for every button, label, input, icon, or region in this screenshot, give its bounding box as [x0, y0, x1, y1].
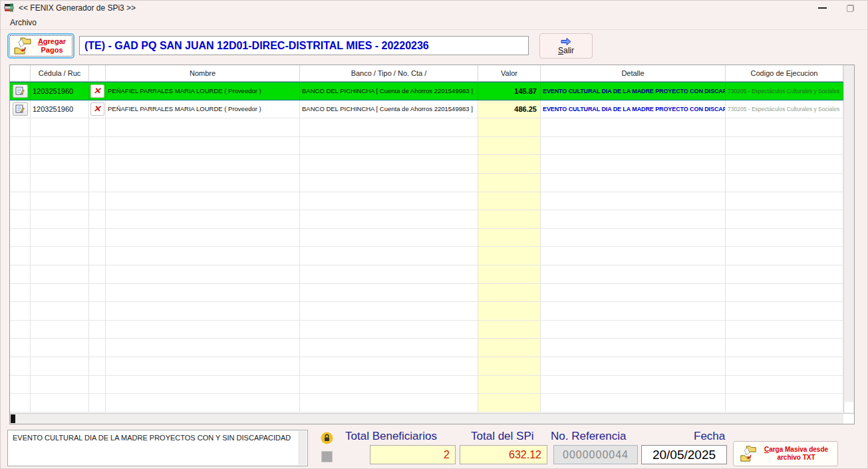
- cell-banco: [300, 210, 478, 229]
- cell-delete: [89, 376, 106, 394]
- vertical-scrollbar[interactable]: [843, 65, 854, 413]
- table-row[interactable]: 1203251960✕PEÑAFIEL PARRALES MARIA LOURD…: [10, 100, 843, 119]
- cell-detalle: [541, 174, 726, 192]
- cell-edit: [10, 302, 31, 321]
- cell-detalle: [541, 247, 726, 265]
- table-row-empty[interactable]: [10, 137, 843, 156]
- carga-masiva-button[interactable]: Carga Masiva desde archivo TXT: [733, 441, 838, 466]
- table-row-empty[interactable]: [10, 265, 843, 284]
- col-header-codigo: Codigo de Ejecucion: [726, 65, 843, 82]
- delete-row-icon[interactable]: ✕: [90, 84, 104, 98]
- table-row-empty[interactable]: [10, 247, 843, 265]
- cell-nombre: [106, 174, 300, 192]
- cell-delete: [89, 137, 106, 156]
- cell-detalle: EVENTO CULTURAL DIA DE LA MADRE PROYECTO…: [541, 100, 726, 119]
- cell-detalle: [541, 284, 726, 303]
- document-title-field[interactable]: (TE) - GAD PQ SAN JUAN 12D01-DIREC-DISTR…: [79, 36, 529, 55]
- cell-edit: [10, 210, 31, 229]
- table-row-empty[interactable]: [10, 118, 843, 137]
- cell-edit: [10, 192, 31, 211]
- edit-row-icon[interactable]: [13, 102, 28, 116]
- delete-row-icon[interactable]: ✕: [90, 102, 104, 116]
- detalle-textarea[interactable]: EVENTO CULTURAL DIA DE LA MADRE PROYECTO…: [7, 430, 308, 466]
- cell-cedula: [31, 284, 89, 303]
- cell-cedula: 1203251960: [31, 100, 89, 119]
- cell-valor: [478, 229, 541, 247]
- cell-cedula: [31, 394, 89, 412]
- cell-banco: [300, 339, 478, 357]
- cell-valor: [478, 155, 541, 174]
- cell-detalle: [541, 229, 726, 247]
- cell-delete: [89, 174, 106, 192]
- cell-banco: [300, 137, 478, 156]
- cell-cedula: [31, 210, 89, 229]
- cell-valor: [478, 174, 541, 192]
- table-row-empty[interactable]: [10, 210, 843, 229]
- cell-edit: [10, 265, 31, 284]
- cell-cedula: [31, 265, 89, 284]
- cell-codigo: [726, 376, 843, 394]
- cell-codigo: [726, 137, 843, 156]
- table-row-empty[interactable]: [10, 229, 843, 247]
- cell-delete: [89, 302, 106, 321]
- salir-button[interactable]: Salir: [539, 33, 593, 59]
- cell-valor: [478, 265, 541, 284]
- cell-nombre: [106, 192, 300, 211]
- cell-edit: [10, 155, 31, 174]
- table-row-empty[interactable]: [10, 394, 843, 412]
- table-row-empty[interactable]: [10, 321, 843, 339]
- cell-codigo: [726, 155, 843, 174]
- table-row-empty[interactable]: [10, 284, 843, 303]
- lock-icon: [321, 432, 333, 444]
- cell-delete: ✕: [89, 100, 106, 119]
- cell-cedula: [31, 357, 89, 376]
- minimize-button[interactable]: [818, 7, 827, 9]
- cell-nombre: [106, 357, 300, 376]
- cell-delete: [89, 339, 106, 357]
- cell-delete: [89, 210, 106, 229]
- cell-nombre: [106, 247, 300, 265]
- restore-button[interactable]: [847, 5, 854, 12]
- cell-cedula: [31, 174, 89, 192]
- cell-edit: [10, 137, 31, 156]
- cell-delete: [89, 192, 106, 211]
- edit-row-icon[interactable]: [13, 84, 28, 98]
- horizontal-scrollbar[interactable]: [10, 414, 843, 424]
- agregar-pagos-button[interactable]: Agregar Pagos: [7, 33, 74, 59]
- fecha-value[interactable]: 20/05/2025: [641, 445, 727, 464]
- table-row-empty[interactable]: [10, 376, 843, 394]
- grid-body: 1203251960✕PEÑAFIEL PARRALES MARIA LOURD…: [10, 82, 843, 413]
- cell-valor: [478, 247, 541, 265]
- col-header-delete: [89, 65, 106, 82]
- total-spi-value: 632.12: [460, 445, 547, 464]
- cell-codigo: [726, 118, 843, 137]
- table-row-empty[interactable]: [10, 174, 843, 192]
- cell-delete: [89, 247, 106, 265]
- cell-codigo: [726, 229, 843, 247]
- cell-detalle: EVENTO CULTURAL DIA DE LA MADRE PROYECTO…: [541, 82, 726, 100]
- cell-cedula: [31, 247, 89, 265]
- table-row-empty[interactable]: [10, 339, 843, 357]
- cell-valor: [478, 321, 541, 339]
- table-row-empty[interactable]: [10, 357, 843, 376]
- cell-cedula: [31, 192, 89, 211]
- cell-edit: [10, 229, 31, 247]
- cell-cedula: [31, 321, 89, 339]
- table-row-empty[interactable]: [10, 155, 843, 174]
- payments-grid: Cédula / Ruc Nombre Banco / Tipo / No. C…: [9, 65, 855, 424]
- cell-detalle: [541, 118, 726, 137]
- table-row-empty[interactable]: [10, 302, 843, 321]
- cell-detalle: [541, 137, 726, 156]
- table-row-empty[interactable]: [10, 192, 843, 211]
- col-header-detalle: Detalle: [541, 65, 726, 82]
- horizontal-scrollbar-thumb[interactable]: [11, 414, 15, 423]
- menu-archivo[interactable]: Archivo: [7, 17, 40, 29]
- cell-nombre: [106, 229, 300, 247]
- cell-banco: [300, 192, 478, 211]
- table-row[interactable]: 1203251960✕PEÑAFIEL PARRALES MARIA LOURD…: [10, 82, 843, 100]
- cell-nombre: [106, 394, 300, 412]
- exit-arrow-icon: [560, 37, 572, 46]
- cell-detalle: [541, 357, 726, 376]
- cell-codigo: [726, 210, 843, 229]
- textarea-scrollbar[interactable]: [299, 431, 307, 465]
